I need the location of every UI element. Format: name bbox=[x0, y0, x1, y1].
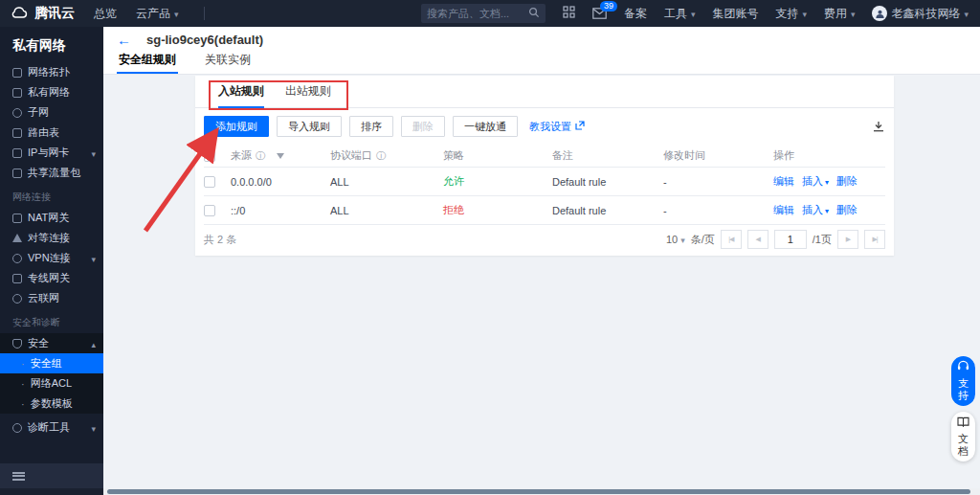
sort-button[interactable]: 排序 bbox=[349, 116, 393, 137]
sidebar-section-security-diagnosis: 安全和诊断 bbox=[0, 308, 103, 333]
insert-link[interactable]: 插入 bbox=[802, 203, 829, 217]
sidebar-item-security[interactable]: 安全 bbox=[0, 333, 103, 353]
delete-link[interactable]: 删除 bbox=[836, 203, 858, 217]
vpn-icon bbox=[12, 254, 22, 263]
sidebar-item-network-acl[interactable]: 网络ACL bbox=[0, 373, 103, 394]
message-count-badge: 39 bbox=[600, 1, 617, 11]
sidebar-item-direct-connect[interactable]: 专线网关 bbox=[0, 268, 103, 288]
book-icon bbox=[957, 416, 969, 430]
topbar: 腾讯云 总览 云产品 39 备案 工具 集团账号 支持 bbox=[0, 0, 980, 27]
rule-policy: 允许 bbox=[443, 174, 552, 189]
tab-associated-instances[interactable]: 关联实例 bbox=[203, 52, 253, 74]
sidebar-item-traffic-package[interactable]: 共享流量包 bbox=[0, 163, 103, 183]
nav-billing[interactable]: 费用 bbox=[824, 6, 856, 22]
page-number-input[interactable] bbox=[774, 230, 807, 249]
open-all-button[interactable]: 一键放通 bbox=[453, 116, 518, 137]
table-row: 0.0.0.0/0 ALL 允许 Default rule - 编辑 插入 删除 bbox=[204, 168, 885, 196]
sidebar-item-vpc[interactable]: 私有网络 bbox=[0, 82, 103, 102]
add-rule-button[interactable]: 添加规则 bbox=[204, 116, 269, 137]
tab-outbound-rules[interactable]: 出站规则 bbox=[285, 76, 331, 108]
nav-beian[interactable]: 备案 bbox=[624, 6, 647, 22]
back-button[interactable]: ← bbox=[117, 33, 131, 47]
tab-inbound-rules[interactable]: 入站规则 bbox=[218, 76, 264, 108]
search-icon[interactable] bbox=[528, 7, 540, 21]
nav-tools[interactable]: 工具 bbox=[664, 6, 696, 22]
pagination: 共 2 条 10 条/页 /1页 bbox=[204, 225, 885, 254]
sidebar-item-ccn[interactable]: 云联网 bbox=[0, 288, 103, 308]
chevron-up-icon bbox=[91, 337, 96, 350]
toolbar: 添加规则 导入规则 排序 删除 一键放通 教我设置 bbox=[195, 108, 894, 137]
rule-policy: 拒绝 bbox=[443, 203, 552, 217]
sidebar-collapse[interactable] bbox=[0, 463, 103, 488]
topbar-search[interactable] bbox=[421, 4, 546, 23]
sidebar: 私有网络 网络拓扑 私有网络 子网 路由表 IP与网卡 共享流量包 网络连接 N… bbox=[0, 27, 103, 488]
tencent-cloud-logo[interactable]: 腾讯云 bbox=[10, 5, 75, 22]
ip-nic-icon bbox=[12, 148, 22, 158]
rules-table: 来源 协议端口 策略 备注 修改时间 操作 0.0.0.0/0 ALL 允许 D… bbox=[204, 145, 885, 225]
rule-source: 0.0.0.0/0 bbox=[231, 176, 330, 188]
sidebar-item-ip-nic[interactable]: IP与网卡 bbox=[0, 143, 103, 163]
messages-icon[interactable]: 39 bbox=[592, 8, 607, 19]
import-rule-button[interactable]: 导入规则 bbox=[277, 116, 342, 137]
nav-support[interactable]: 支持 bbox=[775, 6, 807, 22]
table-header-row: 来源 协议端口 策略 备注 修改时间 操作 bbox=[204, 145, 885, 168]
table-row: ::/0 ALL 拒绝 Default rule - 编辑 插入 删除 bbox=[204, 196, 885, 225]
prev-page-button[interactable] bbox=[747, 230, 768, 249]
rule-port: ALL bbox=[330, 176, 443, 188]
support-floating-button[interactable]: 支持 bbox=[951, 356, 975, 406]
row-checkbox[interactable] bbox=[204, 176, 215, 188]
rule-note: Default rule bbox=[552, 205, 663, 216]
rule-direction-tabs: 入站规则 出站规则 bbox=[195, 76, 894, 108]
last-page-button[interactable] bbox=[864, 230, 885, 249]
horizontal-scrollbar bbox=[0, 488, 980, 495]
brand-label: 腾讯云 bbox=[34, 5, 75, 22]
insert-link[interactable]: 插入 bbox=[802, 174, 829, 189]
filter-icon[interactable] bbox=[277, 153, 284, 159]
sidebar-item-security-group[interactable]: 安全组 bbox=[0, 353, 103, 373]
scrollbar-corner bbox=[0, 488, 103, 495]
subnet-icon bbox=[12, 108, 22, 118]
sidebar-section-network-connection: 网络连接 bbox=[0, 183, 103, 208]
sidebar-item-peering[interactable]: 对等连接 bbox=[0, 228, 103, 248]
page-total-label: /1页 bbox=[813, 233, 832, 247]
console-grid-icon[interactable] bbox=[563, 6, 575, 21]
route-table-icon bbox=[12, 128, 22, 138]
chevron-down-icon bbox=[91, 146, 96, 160]
bullet-icon bbox=[21, 378, 31, 390]
collapse-icon bbox=[12, 472, 25, 481]
teach-me-link[interactable]: 教我设置 bbox=[529, 120, 585, 134]
delete-link[interactable]: 删除 bbox=[836, 174, 858, 189]
download-icon[interactable] bbox=[873, 121, 884, 132]
first-page-button[interactable] bbox=[721, 230, 742, 249]
bullet-icon bbox=[21, 398, 31, 410]
info-icon[interactable] bbox=[376, 149, 386, 163]
nav-overview[interactable]: 总览 bbox=[94, 6, 117, 22]
account-menu[interactable]: 老鑫科技网络 bbox=[872, 6, 969, 22]
info-icon[interactable] bbox=[256, 149, 265, 163]
nav-group-account[interactable]: 集团账号 bbox=[712, 6, 758, 22]
select-all-checkbox[interactable] bbox=[204, 150, 215, 162]
edit-link[interactable]: 编辑 bbox=[773, 174, 794, 189]
sidebar-item-diagnosis-tools[interactable]: 诊断工具 bbox=[0, 417, 103, 438]
headset-icon bbox=[957, 360, 969, 374]
row-checkbox[interactable] bbox=[204, 205, 215, 216]
chevron-down-icon bbox=[680, 234, 685, 245]
nav-products[interactable]: 云产品 bbox=[136, 6, 179, 22]
sidebar-item-subnet[interactable]: 子网 bbox=[0, 102, 103, 123]
edit-link[interactable]: 编辑 bbox=[773, 203, 794, 217]
chevron-down-icon bbox=[851, 7, 856, 20]
tab-security-group-rules[interactable]: 安全组规则 bbox=[117, 52, 178, 74]
next-page-button[interactable] bbox=[837, 230, 858, 249]
per-page-label: 条/页 bbox=[691, 233, 715, 247]
sidebar-item-vpn[interactable]: VPN连接 bbox=[0, 248, 103, 268]
docs-floating-button[interactable]: 文档 bbox=[951, 412, 975, 461]
sidebar-item-parameter-template[interactable]: 参数模板 bbox=[0, 394, 103, 414]
sidebar-item-network-topology[interactable]: 网络拓扑 bbox=[0, 62, 103, 82]
scrollbar-thumb[interactable] bbox=[107, 489, 970, 494]
rule-mtime: - bbox=[663, 205, 773, 216]
search-input[interactable] bbox=[427, 8, 528, 19]
page-size-select[interactable]: 10 bbox=[666, 234, 685, 245]
sidebar-item-nat-gateway[interactable]: NAT网关 bbox=[0, 208, 103, 228]
sidebar-item-route-table[interactable]: 路由表 bbox=[0, 123, 103, 143]
security-submenu: 安全 安全组 网络ACL 参数模板 bbox=[0, 333, 103, 414]
